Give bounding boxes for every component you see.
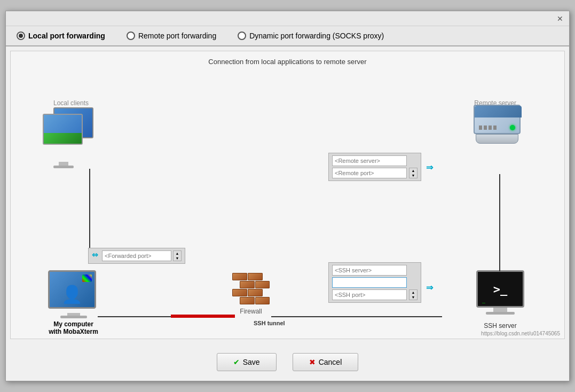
my-computer-icon: 👤 My computerwith MobaXterm xyxy=(48,270,99,335)
remote-port-down[interactable]: ▼ xyxy=(409,173,417,178)
brick-wall xyxy=(232,273,270,304)
remote-port-input[interactable] xyxy=(332,168,407,178)
save-button[interactable]: ✔ Save xyxy=(217,353,277,371)
line-ssh-to-remote xyxy=(499,174,500,271)
remote-server-input[interactable] xyxy=(332,155,407,166)
forwarded-port-group: ⇔ ▲ ▼ xyxy=(88,248,185,264)
remote-fields: ▲ ▼ xyxy=(328,153,421,181)
forwarded-port-up[interactable]: ▲ xyxy=(174,251,181,256)
radio-dynamic[interactable] xyxy=(238,32,246,40)
remote-port-up[interactable]: ▲ xyxy=(409,168,417,173)
diagram-title: Connection from local applications to re… xyxy=(11,51,564,72)
tab-remote[interactable]: Remote port forwarding xyxy=(127,32,216,40)
pc-person-figure: 👤 xyxy=(61,284,83,304)
ssh-arrow: ⇒ xyxy=(426,283,433,293)
ssh-port-spinner: ▲ ▼ xyxy=(409,289,418,300)
ssh-port-row: ▲ ▼ xyxy=(332,289,418,300)
ssh-fields: ▲ ▼ xyxy=(328,262,421,303)
ssh-value-row xyxy=(332,277,418,288)
monitor-front xyxy=(43,114,83,145)
tab-local[interactable]: Local port forwarding xyxy=(17,32,105,40)
ssh-port-input[interactable] xyxy=(332,289,407,300)
forwarded-port-input[interactable] xyxy=(102,250,171,261)
firewall-label: Firewall xyxy=(240,308,262,315)
tab-row: Local port forwarding Remote port forwar… xyxy=(6,26,569,46)
line-firewall-to-ssh xyxy=(271,316,442,317)
local-clients-icon xyxy=(43,107,101,161)
save-icon: ✔ xyxy=(233,358,240,366)
terminal-screen: >_ xyxy=(476,270,524,308)
forwarded-port-spinner: ▲ ▼ xyxy=(173,250,182,261)
cancel-icon: ✖ xyxy=(309,358,316,366)
remote-port-spinner: ▲ ▼ xyxy=(409,168,418,178)
watermark: https://blog.csdn.net/u014745065 xyxy=(481,331,560,336)
ssh-value-input[interactable] xyxy=(332,277,407,288)
ssh-port-up[interactable]: ▲ xyxy=(409,290,417,295)
local-clients-label: Local clients xyxy=(53,99,89,107)
button-row: ✔ Save ✖ Cancel xyxy=(6,343,569,381)
diagram-area: Connection from local applications to re… xyxy=(10,51,565,339)
remote-arrow: ⇒ xyxy=(426,162,433,173)
pc-screen: 👤 xyxy=(48,270,96,309)
cancel-button[interactable]: ✖ Cancel xyxy=(293,353,359,371)
firewall-icon: Firewall xyxy=(232,273,270,315)
remote-server-icon xyxy=(474,105,522,147)
pc-logo xyxy=(82,275,92,282)
ssh-server-row xyxy=(332,265,418,276)
forwarded-port-down[interactable]: ▼ xyxy=(174,256,181,261)
radio-remote[interactable] xyxy=(127,32,135,40)
ssh-server-input[interactable] xyxy=(332,265,407,276)
remote-port-row: ▲ ▼ xyxy=(332,168,418,178)
remote-server-row xyxy=(332,155,418,166)
close-button[interactable]: ✕ xyxy=(555,14,565,23)
title-bar: ✕ xyxy=(6,11,569,26)
ssh-port-down[interactable]: ▼ xyxy=(409,295,417,300)
tab-dynamic[interactable]: Dynamic port forwarding (SOCKS proxy) xyxy=(238,32,384,40)
tunnel-label: SSH tunnel xyxy=(254,320,285,326)
forwarded-port-arrow: ⇔ xyxy=(92,250,98,261)
main-window: ✕ Local port forwarding Remote port forw… xyxy=(5,11,570,381)
radio-local[interactable] xyxy=(17,32,25,40)
ssh-server-label: SSH server xyxy=(484,322,516,330)
line-clients-to-computer xyxy=(89,169,90,260)
my-computer-label: My computerwith MobaXterm xyxy=(49,320,98,335)
ssh-server-icon: >_ SSH server xyxy=(476,270,524,330)
red-segment xyxy=(171,315,235,318)
